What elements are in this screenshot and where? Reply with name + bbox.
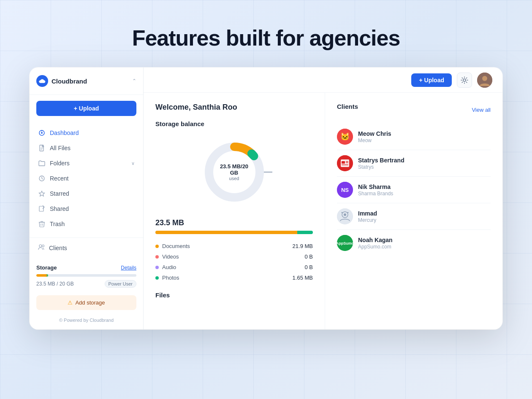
bar-segment-photos [297,231,313,234]
client-info-noah-kagan: Noah Kagan AppSumo.com [358,237,491,250]
client-sub-nik-sharma: Sharma Brands [358,191,491,197]
client-item-noah-kagan: AppSumo Noah Kagan AppSumo.com [337,230,491,256]
topbar-upload-button[interactable]: + Upload [411,73,452,87]
legend-item-videos: Videos 0 B [155,251,313,262]
svg-rect-24 [346,161,348,162]
sidebar-item-dashboard-label: Dashboard [50,129,135,136]
client-avatar-noah-kagan: AppSumo [337,235,353,251]
donut-chart: 23.5 MB/20 GB used [201,138,268,206]
brand-name: Cloudbrand [52,78,87,85]
legend-item-documents: Documents 21.9 MB [155,241,313,251]
right-panel: Clients View all 🐱 Meow Chris Meow [325,93,502,329]
clients-view-all-link[interactable]: View all [472,107,491,113]
legend-dot-documents [155,245,159,248]
add-storage-button[interactable]: ⚠ Add storage [36,295,136,310]
nav-section: Dashboard All Files [30,122,143,235]
svg-rect-29 [337,208,353,224]
client-item-meow-chris: 🐱 Meow Chris Meow [337,124,491,150]
recent-icon [38,175,46,182]
svg-rect-23 [342,161,345,164]
donut-dash [264,172,272,173]
svg-point-13 [463,79,466,81]
client-avatar-immad [337,208,353,224]
sidebar-item-recent[interactable]: Recent [30,171,143,186]
files-section-title: Files [155,291,313,299]
svg-rect-25 [346,162,348,163]
svg-point-15 [482,76,487,81]
sidebar-item-shared[interactable]: Shared [30,201,143,216]
legend-name-audio: Audio [162,264,176,270]
sidebar-item-clients[interactable]: Clients [30,240,143,255]
storage-used-total: 23.5 MB / 20 GB [36,281,74,287]
sidebar-item-starred[interactable]: Starred [30,186,143,201]
sidebar-item-folders[interactable]: Folders ∨ [30,156,143,171]
storage-bar-bg [36,274,136,277]
client-info-statrys: Statrys Bertrand Statrys [358,157,491,170]
brand-logo[interactable]: Cloudbrand [36,75,87,87]
client-name-nik-sharma: Nik Sharma [358,183,491,190]
powered-by-text: © Powered by Cloudbrand [30,313,143,329]
client-item-immad: Immad Mercury [337,203,491,230]
svg-point-33 [347,212,349,213]
legend-value-videos: 0 B [304,253,313,260]
legend-value-photos: 1.65 MB [293,275,313,281]
client-name-meow-chris: Meow Chris [358,130,491,137]
legend-dot-audio [155,266,159,269]
sidebar-item-trash[interactable]: Trash [30,216,143,232]
storage-section: Storage Details 23.5 MB / 20 GB Power Us… [36,259,136,288]
client-name-noah-kagan: Noah Kagan [358,237,491,243]
svg-text:🐱: 🐱 [340,132,350,141]
storage-header: Storage Details [36,264,136,271]
folders-icon [38,159,46,167]
starred-icon [38,190,46,197]
client-sub-immad: Mercury [358,217,491,223]
content-area: Welcome, Santhia Roo Storage balance [144,93,502,329]
sidebar-item-shared-label: Shared [50,205,135,212]
user-avatar[interactable] [477,73,492,88]
client-sub-noah-kagan: AppSumo.com [358,244,491,250]
storage-breakdown-bar [155,231,313,234]
svg-point-31 [344,213,346,216]
client-info-immad: Immad Mercury [358,210,491,223]
legend-name-videos: Videos [162,253,179,260]
sidebar-item-recent-label: Recent [50,175,135,182]
sidebar-upload-button[interactable]: + Upload [36,101,136,116]
sidebar-item-all-files[interactable]: All Files [30,140,143,156]
svg-point-1 [41,132,43,134]
client-name-immad: Immad [358,210,491,217]
storage-total-label: 23.5 MB [155,218,313,227]
client-avatar-nik-sharma: NS [337,182,353,198]
svg-point-11 [39,245,42,247]
clients-label: Clients [49,245,67,251]
shared-icon [38,205,46,213]
storage-donut-container: 23.5 MB/20 GB used [155,134,313,210]
clients-header: Clients View all [337,103,491,117]
client-sub-meow-chris: Meow [358,137,491,143]
sidebar-item-trash-label: Trash [50,221,135,227]
svg-point-12 [42,245,44,247]
legend-item-photos: Photos 1.65 MB [155,272,313,283]
legend-value-documents: 21.9 MB [293,243,313,249]
dashboard-icon [38,129,46,137]
client-item-nik-sharma: NS Nik Sharma Sharma Brands [337,177,491,203]
storage-legend: Documents 21.9 MB Videos 0 B [155,241,313,283]
svg-marker-6 [39,191,45,196]
storage-info: 23.5 MB / 20 GB Power User [36,280,136,288]
storage-details-link[interactable]: Details [121,265,136,271]
welcome-message: Welcome, Santhia Roo [155,103,313,112]
sidebar-item-starred-label: Starred [50,190,135,197]
main-content: + Upload Welcome, Santhia Roo Sto [144,67,502,329]
settings-button[interactable] [457,73,472,88]
clients-title: Clients [337,103,358,110]
donut-main-value: 23.5 MB/20 GB [217,163,251,176]
legend-item-audio: Audio 0 B [155,262,313,272]
legend-name-documents: Documents [162,243,190,249]
sidebar-item-dashboard[interactable]: Dashboard [30,125,143,140]
sidebar-item-folders-label: Folders [50,160,127,167]
client-sub-statrys: Statrys [358,164,491,170]
all-files-icon [38,144,46,152]
donut-sub-label: used [217,176,251,181]
storage-label: Storage [36,264,57,271]
client-avatar-meow-chris: 🐱 [337,129,353,145]
svg-rect-26 [342,164,348,165]
